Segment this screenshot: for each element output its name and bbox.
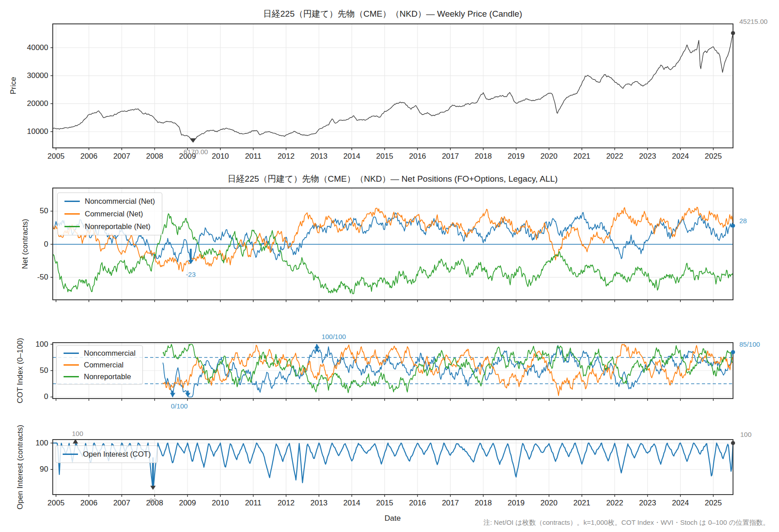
legend-label: Nonreportable xyxy=(84,372,131,381)
price-x-tick-label: 2025 xyxy=(705,152,722,161)
cot-legend: Noncommercial Commercial Nonreportable xyxy=(56,345,143,385)
noncommercial-line-swatch xyxy=(64,353,79,354)
commercial-line-swatch xyxy=(64,364,79,366)
price-x-tick-label: 2007 xyxy=(113,152,130,161)
legend-label: Nonreportable (Net) xyxy=(85,222,151,231)
price-x-tick-label: 2018 xyxy=(475,152,492,161)
nonreportable-line-swatch xyxy=(64,376,79,377)
cot-last-annotation: 85/100 xyxy=(739,340,760,348)
price-x-tick-label: 2021 xyxy=(573,152,591,161)
price-x-tick-label: 2020 xyxy=(541,152,558,161)
open_interest-x-tick-label: 2012 xyxy=(278,499,295,508)
open_interest-x-tick-label: 2021 xyxy=(573,499,591,508)
cot_index-y-tick-label: 100 xyxy=(36,340,48,349)
net_positions-y-tick-label: 0 xyxy=(44,240,48,249)
price-x-tick-label: 2012 xyxy=(278,152,295,161)
open_interest-y-tick-label: 90 xyxy=(40,465,48,474)
open_interest-x-tick-label: 2020 xyxy=(541,499,558,508)
legend-label: Commercial (Net) xyxy=(85,210,143,218)
open_interest-x-tick-label: 2025 xyxy=(705,499,722,508)
open_interest-x-tick-label: 2017 xyxy=(442,499,459,508)
oi-low-annotation: 82 xyxy=(149,497,157,504)
open_interest-x-tick-label: 2005 xyxy=(47,499,64,508)
open_interest-x-tick-label: 2014 xyxy=(343,499,360,508)
commercial-line-swatch xyxy=(64,213,80,215)
price-x-tick-label: 2011 xyxy=(245,152,261,161)
price-panel-title: 日経225（円建て）先物（CME）（NKD）— Weekly Price (Ca… xyxy=(263,8,522,20)
net-legend: Noncommercial (Net) Commercial (Net) Non… xyxy=(57,193,162,235)
price-x-tick-label: 2016 xyxy=(409,152,426,161)
price-y-tick-label: 40000 xyxy=(27,43,48,52)
net_positions-y-tick-label: -50 xyxy=(37,273,48,282)
open_interest-x-tick-label: 2010 xyxy=(212,499,229,508)
open_interest-x-tick-label: 2018 xyxy=(475,499,492,508)
legend-label: Noncommercial (Net) xyxy=(85,197,155,206)
open_interest-x-tick-label: 2023 xyxy=(639,499,656,508)
price-x-tick-label: 2010 xyxy=(212,152,229,161)
price-last-annotation: 45215.00 xyxy=(739,18,768,25)
net-y-axis-label: Net (contracts) xyxy=(21,219,30,269)
open_interest-x-tick-label: 2006 xyxy=(80,499,97,508)
footnote: 注: Net/OI は枚数（contracts）。k=1,000枚。COT In… xyxy=(483,518,770,527)
open_interest-x-tick-label: 2007 xyxy=(113,499,130,508)
open_interest-x-tick-label: 2019 xyxy=(508,499,525,508)
open_interest-x-tick-label: 2013 xyxy=(311,499,328,508)
open_interest-x-tick-label: 2024 xyxy=(672,499,689,508)
cot-dashboard-figure: 日経225（円建て）先物（CME）（NKD）— Weekly Price (Ca… xyxy=(0,0,779,532)
price-x-tick-label: 2019 xyxy=(508,152,525,161)
price-y-tick-label: 30000 xyxy=(27,71,48,80)
cot-high-annotation: 100/100 xyxy=(321,333,346,340)
price-x-tick-label: 2015 xyxy=(376,152,393,161)
open_interest-x-tick-label: 2009 xyxy=(179,499,196,508)
legend-label: Open Interest (COT) xyxy=(83,450,151,459)
cot_index-y-tick-label: 0 xyxy=(44,392,48,401)
cot_index-series-green xyxy=(163,344,733,393)
oi-y-axis-label: Open Interest (contracts) xyxy=(16,425,25,509)
cot-y-axis-label: COT Index (0–100) xyxy=(16,338,25,403)
open_interest-x-tick-label: 2022 xyxy=(606,499,623,508)
price-y-axis-label: Price xyxy=(9,77,18,95)
oi-legend: Open Interest (COT) xyxy=(55,445,158,463)
net-panel-title: 日経225（円建て）先物（CME）（NKD）— Net Positions (F… xyxy=(228,173,558,185)
nonreportable-line-swatch xyxy=(64,226,80,227)
price-x-tick-label: 2013 xyxy=(311,152,328,161)
legend-item-commercial: Commercial xyxy=(64,361,136,369)
legend-item-nonreportable: Nonreportable xyxy=(64,372,136,381)
price-low-annotation: 6170.00 xyxy=(183,148,208,156)
net-last-annotation: 28 xyxy=(739,217,747,225)
open_interest-x-tick-label: 2016 xyxy=(409,499,426,508)
net-low-annotation: -23 xyxy=(186,271,196,278)
price-x-tick-label: 2006 xyxy=(80,152,97,161)
open_interest-x-tick-label: 2011 xyxy=(245,499,261,508)
price-y-tick-label: 20000 xyxy=(27,99,48,108)
price-x-tick-label: 2024 xyxy=(672,152,689,161)
price-x-tick-label: 2022 xyxy=(606,152,623,161)
cot-low-annotation: 0/100 xyxy=(171,402,188,410)
price-x-tick-label: 2017 xyxy=(442,152,459,161)
net_positions-y-tick-label: 50 xyxy=(40,206,48,216)
legend-label: Commercial xyxy=(84,361,124,369)
noncommercial-line-swatch xyxy=(64,201,80,202)
legend-item-commercial-net: Commercial (Net) xyxy=(64,210,155,218)
legend-label: Noncommercial xyxy=(84,349,136,358)
price-x-tick-label: 2023 xyxy=(639,152,656,161)
cot_index-y-tick-label: 50 xyxy=(40,366,48,375)
price-x-tick-label: 2005 xyxy=(47,152,64,161)
open_interest-y-tick-label: 100 xyxy=(36,439,48,448)
x-axis-label: Date xyxy=(385,514,401,523)
price-x-tick-label: 2014 xyxy=(343,152,360,161)
open_interest-x-tick-label: 2015 xyxy=(376,499,393,508)
price-x-tick-label: 2008 xyxy=(146,152,163,161)
open-interest-line-swatch xyxy=(63,454,78,455)
oi-high-annotation: 100 xyxy=(72,430,83,437)
legend-item-noncommercial: Noncommercial xyxy=(64,349,136,358)
price-y-tick-label: 10000 xyxy=(27,127,48,136)
oi-last-annotation: 100 xyxy=(740,431,752,438)
legend-item-nonreportable-net: Nonreportable (Net) xyxy=(64,222,155,231)
legend-item-noncommercial-net: Noncommercial (Net) xyxy=(64,197,155,206)
legend-item-open-interest: Open Interest (COT) xyxy=(63,450,151,459)
